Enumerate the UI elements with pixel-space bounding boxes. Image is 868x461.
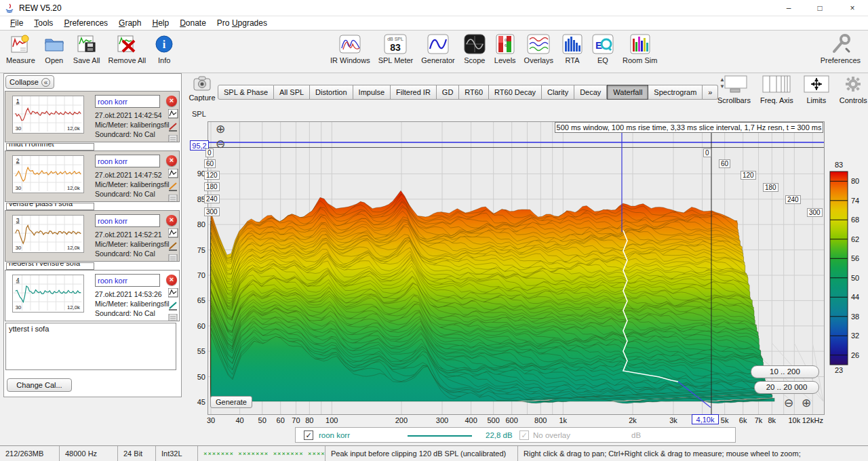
tabs-overflow-button[interactable]: » [703, 85, 718, 100]
graph-tool-freq-axis[interactable]: Freq. Axis [760, 75, 793, 104]
toolbar-button-rta[interactable]: RTA [559, 32, 585, 65]
freq-range-button-full[interactable]: 20 .. 20 000 [754, 381, 819, 394]
slice-time-label-right: 0 [703, 148, 711, 157]
delete-measurement-button[interactable]: × [166, 275, 177, 285]
toolbar-button-preferences[interactable]: Preferences [818, 32, 863, 65]
collapse-sidebar-button[interactable]: Collapse « [5, 75, 54, 89]
toolbar-button-scope[interactable]: Scope [461, 32, 488, 65]
save-graph-icon[interactable] [168, 288, 180, 299]
tab-clarity[interactable]: Clarity [542, 85, 574, 100]
measurement-card-2[interactable]: 23012,0k×27.okt.2021 14:47:52Mic/Meter: … [5, 151, 180, 202]
toolbar-button-save-all[interactable]: Save All [71, 32, 102, 65]
measurement-card-3[interactable]: 33012,0k×27.okt.2021 14:52:21Mic/Meter: … [5, 210, 180, 262]
slice-time-label-left: 120 [204, 171, 220, 180]
tab-spl-phase[interactable]: SPL & Phase [218, 85, 274, 100]
notes-icon[interactable] [168, 195, 180, 202]
tab-all-spl[interactable]: All SPL [274, 85, 310, 100]
toolbar-button-levels[interactable]: 06Levels [492, 32, 518, 65]
slice-time-label-right: 120 [741, 171, 756, 180]
save-graph-icon[interactable] [168, 169, 180, 180]
toolbar-button-overlays[interactable]: Overlays [522, 32, 555, 65]
measurement-note-field[interactable]: ytterst i sofa [5, 323, 176, 370]
minimize-button[interactable]: – [773, 0, 804, 16]
delete-measurement-button[interactable]: × [166, 215, 177, 226]
trace-style-icon[interactable] [168, 241, 180, 252]
tab-waterfall[interactable]: Waterfall [607, 85, 648, 100]
y-tick-label: 45 [188, 398, 205, 406]
freq-range-button-low[interactable]: 10 .. 200 [751, 365, 819, 378]
overlay-checkbox[interactable]: ✓ [519, 430, 529, 440]
toolbar-button-spl-meter[interactable]: dB SPL83SPL Meter [376, 32, 416, 65]
graph-tool-scrollbars[interactable]: ▲▼Scrollbars [717, 75, 751, 104]
tab-spectrogram[interactable]: Spectrogram [648, 85, 703, 100]
save-graph-icon[interactable] [168, 109, 180, 120]
measurement-name-input[interactable] [95, 155, 160, 167]
trace-checkbox[interactable]: ✓ [304, 430, 313, 440]
zoom-out-y-button[interactable]: ⊖ [216, 138, 225, 150]
measurement-date: 27.okt.2021 14:42:54 [95, 111, 162, 119]
waterfall-plot[interactable] [208, 121, 825, 416]
svg-text:4: 4 [16, 277, 20, 283]
svg-text:1: 1 [16, 98, 20, 104]
toolbar-button-ir-windows[interactable]: IR Windows [328, 32, 372, 65]
notes-icon[interactable] [168, 135, 180, 142]
save-graph-icon[interactable] [168, 228, 180, 239]
window-title: REW V5.20 [19, 3, 62, 13]
notes-icon[interactable] [168, 314, 180, 321]
menu-pro-upgrades[interactable]: Pro Upgrades [212, 17, 272, 29]
tab-gd[interactable]: GD [437, 85, 460, 100]
toolbar-button-room-sim[interactable]: Room Sim [620, 32, 659, 65]
generator-icon [427, 33, 450, 56]
svg-text:12,0k: 12,0k [67, 304, 80, 310]
menu-tools[interactable]: Tools [29, 17, 58, 29]
measurement-name-input[interactable] [95, 95, 160, 108]
svg-text:▲: ▲ [719, 77, 725, 83]
menu-file[interactable]: File [5, 17, 28, 29]
tab-rt60-decay[interactable]: RT60 Decay [489, 85, 542, 100]
measurement-name-input[interactable] [95, 274, 160, 287]
zoom-out-x-button[interactable]: ⊖ [784, 397, 793, 409]
toolbar-button-eq[interactable]: EEQ [589, 32, 616, 65]
maximize-button[interactable]: □ [804, 0, 835, 16]
graph-tool-controls[interactable]: Controls [840, 75, 867, 104]
trace-style-icon[interactable] [168, 122, 180, 133]
trace-style-icon[interactable] [168, 301, 180, 312]
trace-style-icon[interactable] [168, 182, 180, 193]
toolbar-button-info[interactable]: iInfo [152, 32, 176, 65]
graph-tools: ▲▼ScrollbarsFreq. AxisLimitsControls [717, 75, 867, 104]
close-button[interactable]: × [837, 0, 868, 16]
generate-button[interactable]: Generate [210, 396, 252, 408]
delete-measurement-button[interactable]: × [166, 96, 177, 106]
toolbar-button-open[interactable]: Open [41, 32, 67, 65]
notes-icon[interactable] [168, 254, 180, 262]
tab-filtered-ir[interactable]: Filtered IR [391, 85, 437, 100]
zoom-in-y-button[interactable]: ⊕ [216, 123, 225, 135]
measurement-card-4[interactable]: 43012,0k×27.okt.2021 14:53:26Mic/Meter: … [5, 270, 180, 321]
measurement-date: 27.okt.2021 14:47:52 [95, 171, 162, 179]
trace-name[interactable]: roon korr [319, 431, 350, 439]
y-tick-label: 60 [188, 322, 205, 330]
menu-preferences[interactable]: Preferences [59, 17, 113, 29]
toolbar-label-ir-windows: IR Windows [330, 56, 370, 64]
menu-graph[interactable]: Graph [114, 17, 146, 29]
tab-rt60[interactable]: RT60 [459, 85, 489, 100]
toolbar-button-generator[interactable]: Generator [419, 32, 457, 65]
measurement-name-input[interactable] [95, 214, 160, 227]
zoom-in-x-button[interactable]: ⊕ [802, 397, 811, 409]
menu-donate[interactable]: Donate [175, 17, 211, 29]
gtool-scrollbars-icon: ▲▼ [719, 75, 748, 95]
graph-tool-limits[interactable]: Limits [803, 75, 830, 104]
capture-button[interactable]: Capture [189, 76, 216, 107]
x-tick-label: 600 [497, 416, 527, 424]
toolbar-button-remove-all[interactable]: Remove All [106, 32, 149, 65]
tab-decay[interactable]: Decay [574, 85, 607, 100]
tab-impulse[interactable]: Impulse [353, 85, 391, 100]
measurement-date: 27.okt.2021 14:52:21 [95, 230, 162, 239]
tab-distortion[interactable]: Distortion [310, 85, 353, 100]
svg-text:83: 83 [391, 42, 401, 53]
menu-help[interactable]: Help [147, 17, 174, 29]
delete-measurement-button[interactable]: × [166, 155, 177, 166]
measurement-card-1[interactable]: 13012,0k×27.okt.2021 14:42:54Mic/Meter: … [5, 91, 180, 142]
change-cal-button[interactable]: Change Cal... [7, 378, 72, 392]
toolbar-button-measure[interactable]: Measure [4, 32, 37, 65]
